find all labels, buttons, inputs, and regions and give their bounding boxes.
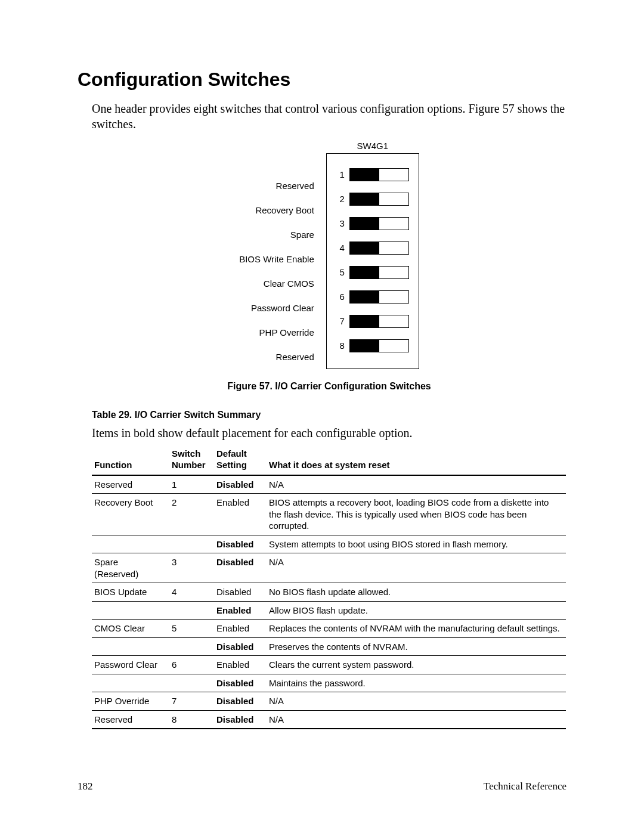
switch-number: 1 bbox=[334, 169, 345, 179]
cell-description: Replaces the contents of NVRAM with the … bbox=[267, 620, 566, 638]
cell-number bbox=[169, 601, 214, 620]
table-row: DisabledSystem attempts to boot using BI… bbox=[92, 535, 566, 553]
cell-setting: Enabled bbox=[214, 494, 267, 535]
intro-paragraph: One header provides eight switches that … bbox=[92, 101, 566, 132]
switch-label: Password Clear bbox=[239, 296, 314, 320]
cell-description: BIOS attempts a recovery boot, loading B… bbox=[267, 494, 566, 535]
cell-setting: Disabled bbox=[214, 583, 267, 602]
table-row: EnabledAllow BIOS flash update. bbox=[92, 601, 566, 620]
figure-caption: Figure 57. I/O Carrier Configuration Swi… bbox=[92, 381, 566, 392]
dip-switch-icon bbox=[349, 168, 409, 181]
cell-number bbox=[169, 674, 214, 692]
th-description: What it does at system reset bbox=[267, 446, 566, 475]
cell-function: Spare (Reserved) bbox=[92, 553, 169, 583]
cell-number bbox=[169, 535, 214, 553]
page-content: Configuration Switches One header provid… bbox=[78, 69, 566, 729]
cell-function bbox=[92, 674, 169, 692]
cell-function: Reserved bbox=[92, 710, 169, 729]
cell-function: PHP Override bbox=[92, 692, 169, 711]
switch-row: 6 bbox=[334, 284, 409, 309]
cell-setting: Disabled bbox=[214, 475, 267, 494]
switch-diagram: ReservedRecovery BootSpareBIOS Write Ena… bbox=[92, 153, 566, 369]
cell-setting: Disabled bbox=[214, 553, 267, 583]
cell-description: Allow BIOS flash update. bbox=[267, 601, 566, 620]
dip-switch-icon bbox=[349, 315, 409, 328]
switch-row: 8 bbox=[334, 333, 409, 358]
switch-label: Spare bbox=[239, 222, 314, 247]
figure-57: ReservedRecovery BootSpareBIOS Write Ena… bbox=[92, 153, 566, 392]
cell-number: 8 bbox=[169, 710, 214, 729]
switch-summary-table: Function Switch Number Default Setting W… bbox=[92, 446, 566, 729]
dip-switch-icon bbox=[349, 193, 409, 206]
table-intro: Items in bold show default placement for… bbox=[92, 426, 566, 440]
th-number: Switch Number bbox=[169, 446, 214, 475]
table-row: Spare (Reserved)3DisabledN/A bbox=[92, 553, 566, 583]
cell-setting: Enabled bbox=[214, 601, 267, 620]
cell-number: 5 bbox=[169, 620, 214, 638]
page-number: 182 bbox=[78, 781, 93, 792]
switch-row: 7 bbox=[334, 309, 409, 333]
table-row: Password Clear6EnabledClears the current… bbox=[92, 656, 566, 674]
switch-row: 3 bbox=[334, 211, 409, 236]
switch-label: BIOS Write Enable bbox=[239, 247, 314, 271]
th-setting-l1: Default bbox=[216, 448, 247, 459]
cell-number: 3 bbox=[169, 553, 214, 583]
cell-function: Password Clear bbox=[92, 656, 169, 674]
switch-row: 4 bbox=[334, 236, 409, 260]
table-row: DisabledPreserves the contents of NVRAM. bbox=[92, 637, 566, 656]
switch-label: Reserved bbox=[239, 174, 314, 198]
switch-number: 6 bbox=[334, 292, 345, 302]
cell-number: 1 bbox=[169, 475, 214, 494]
switch-label: Clear CMOS bbox=[239, 271, 314, 296]
cell-description: Maintains the password. bbox=[267, 674, 566, 692]
page-footer: 182 Technical Reference bbox=[78, 781, 566, 792]
cell-function: CMOS Clear bbox=[92, 620, 169, 638]
table-row: PHP Override7DisabledN/A bbox=[92, 692, 566, 711]
cell-description: Clears the current system password. bbox=[267, 656, 566, 674]
cell-setting: Disabled bbox=[214, 674, 267, 692]
th-function: Function bbox=[92, 446, 169, 475]
table-row: DisabledMaintains the password. bbox=[92, 674, 566, 692]
table-row: BIOS Update4DisabledNo BIOS flash update… bbox=[92, 583, 566, 602]
cell-description: N/A bbox=[267, 692, 566, 711]
cell-setting: Enabled bbox=[214, 620, 267, 638]
switch-row: 2 bbox=[334, 187, 409, 211]
cell-setting: Disabled bbox=[214, 535, 267, 553]
cell-setting: Disabled bbox=[214, 637, 267, 656]
table-caption: Table 29. I/O Carrier Switch Summary bbox=[92, 410, 566, 420]
cell-number: 2 bbox=[169, 494, 214, 535]
switch-row: 1 bbox=[334, 162, 409, 187]
table-row: Reserved8DisabledN/A bbox=[92, 710, 566, 729]
switch-block-label: SW4G1 bbox=[327, 141, 419, 151]
cell-description: System attempts to boot using BIOS store… bbox=[267, 535, 566, 553]
switch-number: 3 bbox=[334, 218, 345, 228]
switch-number: 2 bbox=[334, 194, 345, 204]
switch-number: 7 bbox=[334, 316, 345, 326]
switch-label: Reserved bbox=[239, 345, 314, 369]
table-row: CMOS Clear5EnabledReplaces the contents … bbox=[92, 620, 566, 638]
table-row: Reserved1DisabledN/A bbox=[92, 475, 566, 494]
dip-switch-icon bbox=[349, 266, 409, 279]
cell-setting: Disabled bbox=[214, 692, 267, 711]
cell-description: N/A bbox=[267, 553, 566, 583]
th-number-l2: Number bbox=[172, 460, 206, 470]
th-setting-l2: Setting bbox=[216, 460, 247, 470]
switch-label-column: ReservedRecovery BootSpareBIOS Write Ena… bbox=[239, 153, 326, 369]
switch-label: Recovery Boot bbox=[239, 198, 314, 222]
cell-function: Recovery Boot bbox=[92, 494, 169, 535]
cell-number bbox=[169, 637, 214, 656]
cell-description: No BIOS flash update allowed. bbox=[267, 583, 566, 602]
cell-description: N/A bbox=[267, 710, 566, 729]
cell-description: N/A bbox=[267, 475, 566, 494]
cell-setting: Disabled bbox=[214, 710, 267, 729]
cell-function: Reserved bbox=[92, 475, 169, 494]
table-header-row: Function Switch Number Default Setting W… bbox=[92, 446, 566, 475]
cell-function bbox=[92, 535, 169, 553]
table-row: Recovery Boot2EnabledBIOS attempts a rec… bbox=[92, 494, 566, 535]
cell-function bbox=[92, 637, 169, 656]
footer-reference: Technical Reference bbox=[484, 781, 566, 792]
th-setting: Default Setting bbox=[214, 446, 267, 475]
cell-description: Preserves the contents of NVRAM. bbox=[267, 637, 566, 656]
cell-number: 6 bbox=[169, 656, 214, 674]
cell-setting: Enabled bbox=[214, 656, 267, 674]
